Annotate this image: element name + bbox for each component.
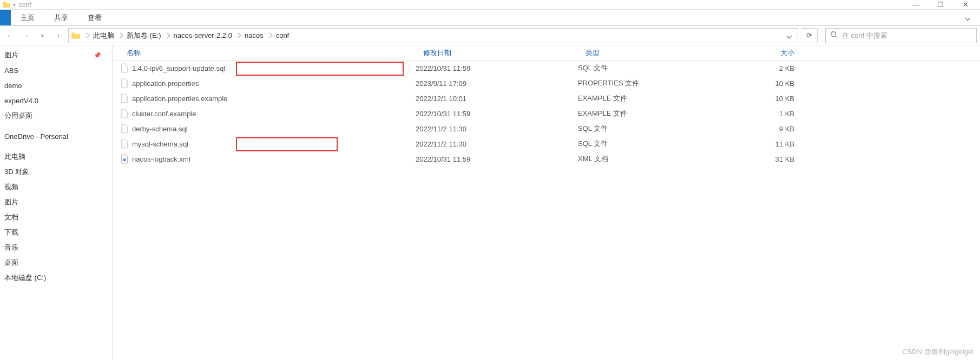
watermark: CSDN @奥利geigeigei bbox=[902, 347, 974, 357]
file-date: 2022/10/31 11:59 bbox=[416, 110, 578, 118]
refresh-button[interactable]: ⟳ bbox=[801, 28, 818, 43]
sidebar-item[interactable]: 文档 bbox=[0, 210, 112, 225]
crumb-thispc[interactable]: 此电脑 bbox=[91, 31, 116, 41]
file-name-cell: nacos-logback.xml bbox=[113, 154, 416, 164]
file-row[interactable]: cluster.conf.example2022/10/31 11:59EXAM… bbox=[113, 106, 980, 121]
file-list: 1.4.0-ipv6_support-update.sql2022/10/31 … bbox=[113, 61, 980, 166]
chevron-right-icon[interactable] bbox=[84, 32, 90, 38]
chevron-right-icon[interactable] bbox=[165, 32, 170, 38]
sidebar-item[interactable]: 下载 bbox=[0, 225, 112, 240]
sidebar-item[interactable]: demo bbox=[0, 78, 112, 93]
search-icon bbox=[830, 31, 838, 40]
file-icon bbox=[120, 63, 129, 74]
file-row[interactable]: derby-schema.sql2022/11/2 11:30SQL 文件9 K… bbox=[113, 121, 980, 136]
file-name-cell: mysql-schema.sql bbox=[113, 138, 416, 149]
sidebar-item[interactable]: 本地磁盘 (C:) bbox=[0, 270, 112, 285]
file-row[interactable]: mysql-schema.sql2022/11/2 11:30SQL 文件11 … bbox=[113, 136, 980, 151]
file-name-cell: 1.4.0-ipv6_support-update.sql bbox=[113, 63, 416, 74]
file-size: 10 KB bbox=[719, 95, 805, 103]
main-pane: 名称 修改日期 类型 大小 1.4.0-ipv6_support-update.… bbox=[113, 45, 980, 360]
file-type: SQL 文件 bbox=[578, 139, 719, 149]
file-icon bbox=[120, 108, 129, 119]
file-row[interactable]: application.properties2023/9/11 17:09PRO… bbox=[113, 76, 980, 91]
down-caret-icon[interactable]: ▾ bbox=[13, 2, 16, 8]
pin-icon: 📌 bbox=[94, 52, 101, 59]
back-button[interactable]: ← bbox=[3, 29, 16, 42]
file-row[interactable]: nacos-logback.xml2022/10/31 11:59XML 文档3… bbox=[113, 151, 980, 166]
crumb-folder-1[interactable]: nacos-server-2.2.0 bbox=[172, 31, 234, 39]
file-name: cluster.conf.example bbox=[132, 110, 196, 118]
file-size: 1 KB bbox=[719, 110, 805, 118]
search-box[interactable] bbox=[825, 28, 977, 43]
sidebar-item[interactable]: 音乐 bbox=[0, 240, 112, 255]
sidebar-item[interactable]: 此电脑 bbox=[0, 149, 112, 164]
file-row[interactable]: 1.4.0-ipv6_support-update.sql2022/10/31 … bbox=[113, 61, 980, 76]
chevron-right-icon[interactable] bbox=[267, 32, 273, 38]
maximize-button[interactable]: ☐ bbox=[928, 0, 953, 10]
file-date: 2022/12/1 10:01 bbox=[416, 95, 578, 103]
col-header-size[interactable]: 大小 bbox=[719, 48, 805, 58]
breadcrumb[interactable]: 此电脑 新加卷 (E:) nacos-server-2.2.0 nacos co… bbox=[68, 28, 798, 43]
tab-home[interactable]: 主页 bbox=[11, 10, 44, 25]
file-icon bbox=[120, 123, 129, 134]
file-name: nacos-logback.xml bbox=[132, 155, 190, 163]
file-name: application.properties.example bbox=[132, 95, 227, 103]
file-icon bbox=[120, 93, 129, 104]
title-bar: ▾ conf — ☐ ✕ bbox=[0, 0, 980, 10]
sidebar-item[interactable]: 视频 bbox=[0, 179, 112, 195]
file-name-cell: application.properties bbox=[113, 78, 416, 89]
folder-icon bbox=[2, 1, 11, 9]
sidebar-item[interactable]: ABS bbox=[0, 63, 112, 78]
sidebar-item[interactable]: 3D 对象 bbox=[0, 164, 112, 179]
sidebar-item[interactable]: 图片📌 bbox=[0, 48, 112, 63]
svg-line-1 bbox=[836, 36, 838, 38]
minimize-button[interactable]: — bbox=[903, 0, 928, 10]
file-type: EXAMPLE 文件 bbox=[578, 94, 719, 103]
ribbon-expand-button[interactable] bbox=[955, 10, 980, 25]
file-type: XML 文档 bbox=[578, 154, 719, 164]
svg-point-2 bbox=[123, 158, 126, 161]
file-date: 2022/10/31 11:59 bbox=[416, 64, 578, 72]
sidebar-item[interactable]: 桌面 bbox=[0, 255, 112, 270]
col-header-type[interactable]: 类型 bbox=[578, 48, 719, 58]
tab-view[interactable]: 查看 bbox=[78, 10, 111, 25]
sidebar-item[interactable]: OneDrive - Personal bbox=[0, 129, 112, 144]
chevron-right-icon[interactable] bbox=[117, 32, 123, 38]
file-size: 10 KB bbox=[719, 79, 805, 88]
file-type: SQL 文件 bbox=[578, 63, 719, 73]
col-header-date[interactable]: 修改日期 bbox=[416, 48, 578, 58]
tab-share[interactable]: 共享 bbox=[44, 10, 78, 25]
nav-bar: ← → ▾ ↑ 此电脑 新加卷 (E:) nacos-server-2.2.0 … bbox=[0, 26, 980, 45]
file-name: derby-schema.sql bbox=[132, 125, 188, 133]
address-dropdown[interactable] bbox=[782, 29, 795, 42]
col-header-name[interactable]: 名称 bbox=[113, 48, 416, 58]
crumb-drive[interactable]: 新加卷 (E:) bbox=[124, 31, 163, 41]
file-type: PROPERTIES 文件 bbox=[578, 78, 719, 88]
forward-button[interactable]: → bbox=[19, 29, 32, 42]
crumb-folder-3[interactable]: conf bbox=[274, 31, 292, 39]
file-size: 31 KB bbox=[719, 155, 805, 163]
file-icon bbox=[120, 78, 129, 89]
sidebar-item[interactable]: 图片 bbox=[0, 195, 112, 210]
search-input[interactable] bbox=[842, 31, 972, 39]
close-button[interactable]: ✕ bbox=[953, 0, 978, 10]
column-headers: 名称 修改日期 类型 大小 bbox=[113, 45, 980, 61]
chevron-right-icon[interactable] bbox=[235, 32, 241, 38]
sidebar-item[interactable]: 公用桌面 bbox=[0, 108, 112, 123]
recent-dropdown[interactable]: ▾ bbox=[36, 29, 49, 42]
file-name-cell: derby-schema.sql bbox=[113, 123, 416, 134]
sidebar-item[interactable]: expertV4.0 bbox=[0, 93, 112, 108]
file-name: application.properties bbox=[132, 79, 199, 88]
file-row[interactable]: application.properties.example2022/12/1 … bbox=[113, 91, 980, 106]
up-button[interactable]: ↑ bbox=[52, 29, 65, 42]
file-type: EXAMPLE 文件 bbox=[578, 109, 719, 118]
file-date: 2022/11/2 11:30 bbox=[416, 125, 578, 133]
file-name: mysql-schema.sql bbox=[132, 140, 188, 148]
file-size: 2 KB bbox=[719, 64, 805, 72]
file-date: 2022/10/31 11:59 bbox=[416, 155, 578, 163]
crumb-folder-2[interactable]: nacos bbox=[242, 31, 266, 39]
file-tab[interactable] bbox=[0, 10, 11, 25]
file-size: 9 KB bbox=[719, 125, 805, 133]
file-name-cell: application.properties.example bbox=[113, 93, 416, 104]
file-size: 11 KB bbox=[719, 140, 805, 148]
